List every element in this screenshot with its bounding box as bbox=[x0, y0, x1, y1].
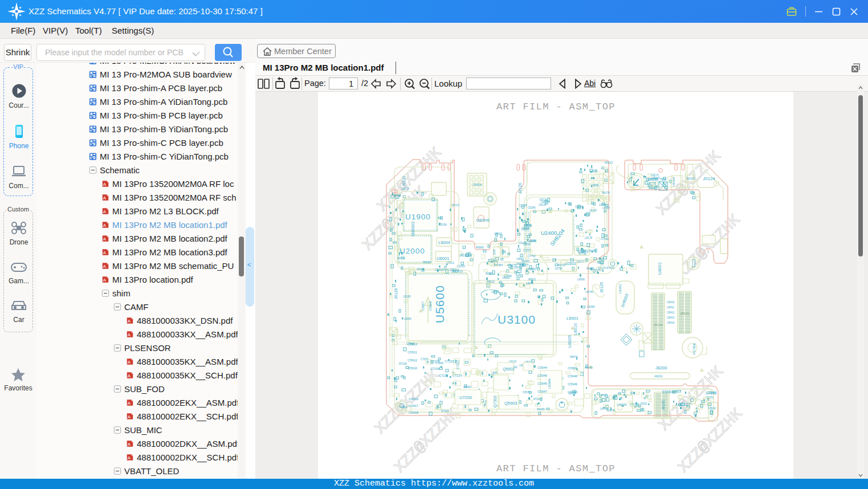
svg-text:A: A bbox=[128, 414, 131, 419]
svg-text:U6005: U6005 bbox=[567, 335, 572, 348]
svg-text:A: A bbox=[128, 442, 131, 447]
svg-text:R7371: R7371 bbox=[452, 204, 460, 207]
svg-text:R6178: R6178 bbox=[602, 191, 610, 194]
svg-text:U2503: U2503 bbox=[565, 262, 576, 266]
svg-text:J0125: J0125 bbox=[600, 282, 604, 293]
svg-text:U5158: U5158 bbox=[439, 223, 447, 226]
svg-text:C5945: C5945 bbox=[537, 382, 547, 385]
svg-text:U2000: U2000 bbox=[400, 247, 425, 255]
svg-text:C7762: C7762 bbox=[528, 255, 536, 258]
svg-text:J0127: J0127 bbox=[678, 402, 691, 407]
svg-text:R6075: R6075 bbox=[507, 263, 516, 267]
svg-text:R6706: R6706 bbox=[557, 264, 565, 267]
svg-text:J005: J005 bbox=[493, 249, 496, 255]
svg-text:C5917: C5917 bbox=[409, 404, 418, 408]
svg-text:C7826: C7826 bbox=[504, 275, 512, 278]
svg-text:L8282: L8282 bbox=[404, 317, 411, 320]
svg-text:C5951: C5951 bbox=[568, 366, 577, 370]
svg-text:C7233: C7233 bbox=[439, 374, 448, 377]
svg-text:R6995: R6995 bbox=[476, 246, 484, 249]
svg-text:Q5902: Q5902 bbox=[503, 367, 515, 372]
svg-text:C5918: C5918 bbox=[409, 411, 418, 414]
svg-text:C5949: C5949 bbox=[568, 382, 577, 386]
svg-text:A: A bbox=[128, 373, 131, 378]
svg-text:U8001: U8001 bbox=[657, 262, 662, 275]
svg-text:L6010: L6010 bbox=[573, 323, 578, 335]
svg-text:C5910: C5910 bbox=[407, 366, 417, 370]
svg-text:SH6300: SH6300 bbox=[476, 218, 490, 222]
svg-text:C8414: C8414 bbox=[667, 321, 675, 324]
svg-text:C7236: C7236 bbox=[430, 367, 439, 370]
svg-text:C5909: C5909 bbox=[429, 301, 432, 311]
svg-text:A: A bbox=[103, 264, 107, 269]
svg-text:L8512: L8512 bbox=[523, 243, 531, 246]
svg-text:C8413: C8413 bbox=[667, 316, 675, 319]
svg-text:C8411: C8411 bbox=[667, 306, 674, 309]
svg-text:C5913: C5913 bbox=[407, 343, 417, 346]
svg-text:A: A bbox=[103, 223, 107, 228]
svg-text:R6658: R6658 bbox=[423, 261, 431, 264]
svg-text:J8104: J8104 bbox=[653, 323, 663, 327]
svg-text:C6587: C6587 bbox=[541, 201, 549, 203]
svg-text:U0101_NM: U0101_NM bbox=[647, 177, 666, 182]
svg-text:J0121: J0121 bbox=[402, 176, 406, 186]
svg-text:U3100: U3100 bbox=[498, 313, 536, 326]
svg-text:C5911: C5911 bbox=[407, 351, 417, 354]
svg-text:C7226: C7226 bbox=[445, 360, 454, 363]
svg-text:U5657: U5657 bbox=[602, 207, 610, 210]
svg-text:A: A bbox=[103, 182, 107, 187]
svg-text:U5746: U5746 bbox=[585, 291, 593, 294]
svg-text:C8916: C8916 bbox=[409, 397, 418, 401]
svg-text:A: A bbox=[103, 237, 107, 242]
svg-text:C5946: C5946 bbox=[568, 374, 577, 378]
svg-text:C6415: C6415 bbox=[494, 233, 502, 235]
svg-text:R6519: R6519 bbox=[487, 280, 495, 283]
svg-text:A: A bbox=[128, 401, 131, 406]
svg-text:A: A bbox=[103, 278, 107, 283]
svg-text:C5756: C5756 bbox=[555, 267, 563, 270]
svg-text:J8200: J8200 bbox=[655, 365, 667, 370]
svg-text:J0124: J0124 bbox=[703, 176, 715, 181]
svg-text:C5950: C5950 bbox=[568, 390, 577, 394]
svg-text:ART FILM - ASM_TOP: ART FILM - ASM_TOP bbox=[496, 463, 616, 474]
svg-text:R7975: R7975 bbox=[607, 409, 615, 412]
svg-text:U5915: U5915 bbox=[491, 291, 499, 294]
svg-text:A: A bbox=[128, 360, 131, 365]
svg-text:L8963: L8963 bbox=[516, 258, 524, 260]
svg-text:J6100: J6100 bbox=[661, 400, 665, 410]
svg-text:U7203: U7203 bbox=[706, 391, 717, 395]
svg-text:C5912: C5912 bbox=[407, 358, 417, 362]
svg-text:C5959: C5959 bbox=[463, 386, 471, 389]
svg-text:R6930: R6930 bbox=[486, 272, 494, 275]
svg-text:L8632: L8632 bbox=[521, 228, 529, 231]
svg-text:C5676: C5676 bbox=[523, 391, 531, 394]
svg-text:U2501: U2501 bbox=[577, 249, 589, 253]
svg-text:R6077: R6077 bbox=[519, 263, 528, 267]
svg-text:C8380: C8380 bbox=[587, 305, 595, 308]
svg-text:J0126: J0126 bbox=[518, 183, 522, 194]
svg-text:L8988: L8988 bbox=[529, 239, 536, 242]
svg-text:A: A bbox=[103, 195, 107, 201]
svg-text:R7925: R7925 bbox=[441, 410, 449, 413]
svg-text:C8274: C8274 bbox=[651, 174, 659, 177]
svg-text:L6004: L6004 bbox=[438, 240, 450, 245]
svg-text:J0110: J0110 bbox=[686, 177, 695, 180]
svg-text:U6304: U6304 bbox=[472, 183, 482, 186]
svg-text:A8201: A8201 bbox=[654, 374, 663, 378]
svg-text:L8320: L8320 bbox=[589, 209, 597, 212]
svg-text:C6011: C6011 bbox=[435, 268, 444, 271]
svg-text:Q5903: Q5903 bbox=[504, 401, 517, 406]
svg-text:A: A bbox=[103, 250, 107, 255]
svg-text:C5947: C5947 bbox=[537, 390, 547, 393]
svg-text:EMI6405: EMI6405 bbox=[662, 390, 677, 394]
svg-text:C5469: C5469 bbox=[519, 204, 527, 207]
svg-text:U5169: U5169 bbox=[588, 250, 596, 252]
svg-text:C5266: C5266 bbox=[528, 206, 536, 209]
svg-text:C5946: C5946 bbox=[537, 374, 547, 377]
svg-text:A: A bbox=[103, 209, 107, 214]
svg-text:L8178: L8178 bbox=[585, 237, 592, 239]
svg-text:U5251: U5251 bbox=[639, 402, 647, 405]
svg-text:XZZ@XZZHK: XZZ@XZZHK bbox=[673, 211, 744, 283]
svg-text:C7238: C7238 bbox=[430, 360, 439, 363]
svg-text:J0123: J0123 bbox=[459, 252, 472, 258]
